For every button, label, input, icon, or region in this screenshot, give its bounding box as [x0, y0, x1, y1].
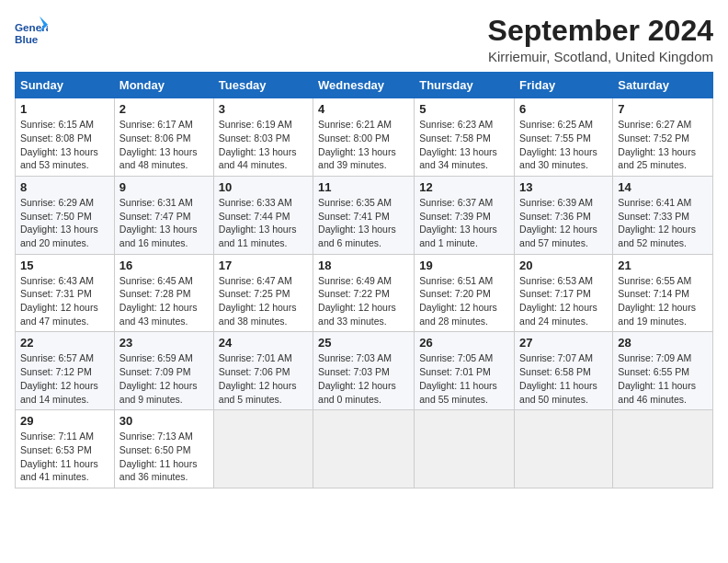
calendar-week-4: 22Sunrise: 6:57 AM Sunset: 7:12 PM Dayli…: [16, 332, 713, 410]
day-info: Sunrise: 7:09 AM Sunset: 6:55 PM Dayligh…: [618, 351, 708, 406]
table-row: 4Sunrise: 6:21 AM Sunset: 8:00 PM Daylig…: [313, 98, 415, 177]
table-row: 12Sunrise: 6:37 AM Sunset: 7:39 PM Dayli…: [415, 176, 515, 254]
day-info: Sunrise: 6:25 AM Sunset: 7:55 PM Dayligh…: [519, 118, 608, 172]
day-number: 24: [219, 336, 308, 350]
table-row: 23Sunrise: 6:59 AM Sunset: 7:09 PM Dayli…: [114, 332, 213, 410]
table-row: 14Sunrise: 6:41 AM Sunset: 7:33 PM Dayli…: [613, 176, 713, 254]
day-number: 27: [519, 336, 608, 350]
title-block: September 2024 Kirriemuir, Scotland, Uni…: [488, 15, 713, 64]
day-number: 11: [318, 180, 409, 194]
day-number: 26: [419, 336, 509, 350]
weekday-header-sunday: Sunday: [16, 73, 115, 98]
day-number: 5: [419, 102, 509, 116]
weekday-header-row: SundayMondayTuesdayWednesdayThursdayFrid…: [16, 73, 713, 98]
weekday-header-monday: Monday: [114, 73, 213, 98]
weekday-header-thursday: Thursday: [415, 73, 515, 98]
table-row: 22Sunrise: 6:57 AM Sunset: 7:12 PM Dayli…: [16, 332, 115, 410]
day-number: 21: [618, 259, 708, 272]
day-number: 16: [119, 259, 209, 272]
day-number: 14: [618, 180, 708, 194]
day-number: 20: [519, 259, 608, 272]
table-row: 21Sunrise: 6:55 AM Sunset: 7:14 PM Dayli…: [613, 254, 713, 332]
day-info: Sunrise: 6:51 AM Sunset: 7:20 PM Dayligh…: [419, 274, 509, 328]
day-info: Sunrise: 6:43 AM Sunset: 7:31 PM Dayligh…: [20, 274, 109, 328]
table-row: 18Sunrise: 6:49 AM Sunset: 7:22 PM Dayli…: [313, 254, 415, 332]
location: Kirriemuir, Scotland, United Kingdom: [488, 49, 713, 64]
table-row: 11Sunrise: 6:35 AM Sunset: 7:41 PM Dayli…: [313, 176, 415, 254]
day-info: Sunrise: 6:19 AM Sunset: 8:03 PM Dayligh…: [219, 118, 308, 172]
calendar-week-5: 29Sunrise: 7:11 AM Sunset: 6:53 PM Dayli…: [16, 410, 713, 488]
day-info: Sunrise: 6:27 AM Sunset: 7:52 PM Dayligh…: [618, 118, 708, 172]
day-info: Sunrise: 6:59 AM Sunset: 7:09 PM Dayligh…: [119, 351, 209, 406]
table-row: 2Sunrise: 6:17 AM Sunset: 8:06 PM Daylig…: [114, 98, 213, 177]
table-row: 3Sunrise: 6:19 AM Sunset: 8:03 PM Daylig…: [213, 98, 313, 177]
weekday-header-friday: Friday: [515, 73, 613, 98]
table-row: 25Sunrise: 7:03 AM Sunset: 7:03 PM Dayli…: [313, 332, 415, 410]
day-number: 22: [20, 336, 109, 350]
day-info: Sunrise: 6:45 AM Sunset: 7:28 PM Dayligh…: [119, 274, 209, 328]
day-info: Sunrise: 7:11 AM Sunset: 6:53 PM Dayligh…: [20, 430, 109, 484]
day-number: 1: [20, 102, 109, 116]
month-title: September 2024: [488, 15, 713, 47]
table-row: [415, 410, 515, 488]
day-number: 4: [318, 102, 409, 116]
day-number: 17: [219, 259, 308, 272]
svg-text:Blue: Blue: [15, 33, 39, 45]
day-number: 6: [519, 102, 608, 116]
day-info: Sunrise: 6:29 AM Sunset: 7:50 PM Dayligh…: [20, 196, 109, 250]
day-info: Sunrise: 6:35 AM Sunset: 7:41 PM Dayligh…: [318, 196, 409, 250]
table-row: 19Sunrise: 6:51 AM Sunset: 7:20 PM Dayli…: [415, 254, 515, 332]
table-row: 7Sunrise: 6:27 AM Sunset: 7:52 PM Daylig…: [613, 98, 713, 177]
day-info: Sunrise: 6:37 AM Sunset: 7:39 PM Dayligh…: [419, 196, 509, 250]
weekday-header-tuesday: Tuesday: [213, 73, 313, 98]
day-number: 8: [20, 180, 109, 194]
day-number: 3: [219, 102, 308, 116]
logo-icon: General Blue: [15, 15, 48, 48]
day-number: 7: [618, 102, 708, 116]
weekday-header-wednesday: Wednesday: [313, 73, 415, 98]
calendar-week-1: 1Sunrise: 6:15 AM Sunset: 8:08 PM Daylig…: [16, 98, 713, 177]
table-row: 9Sunrise: 6:31 AM Sunset: 7:47 PM Daylig…: [114, 176, 213, 254]
day-info: Sunrise: 6:39 AM Sunset: 7:36 PM Dayligh…: [519, 196, 608, 250]
table-row: 1Sunrise: 6:15 AM Sunset: 8:08 PM Daylig…: [16, 98, 115, 177]
table-row: [515, 410, 613, 488]
table-row: 30Sunrise: 7:13 AM Sunset: 6:50 PM Dayli…: [114, 410, 213, 488]
table-row: 16Sunrise: 6:45 AM Sunset: 7:28 PM Dayli…: [114, 254, 213, 332]
table-row: 20Sunrise: 6:53 AM Sunset: 7:17 PM Dayli…: [515, 254, 613, 332]
day-number: 18: [318, 259, 409, 272]
day-info: Sunrise: 6:23 AM Sunset: 7:58 PM Dayligh…: [419, 118, 509, 172]
day-number: 9: [119, 180, 209, 194]
header: General Blue September 2024 Kirriemuir, …: [15, 15, 713, 64]
day-number: 13: [519, 180, 608, 194]
day-info: Sunrise: 6:49 AM Sunset: 7:22 PM Dayligh…: [318, 274, 409, 328]
day-info: Sunrise: 7:01 AM Sunset: 7:06 PM Dayligh…: [219, 351, 308, 406]
table-row: 6Sunrise: 6:25 AM Sunset: 7:55 PM Daylig…: [515, 98, 613, 177]
day-number: 28: [618, 336, 708, 350]
day-info: Sunrise: 6:15 AM Sunset: 8:08 PM Dayligh…: [20, 118, 109, 172]
table-row: [613, 410, 713, 488]
day-info: Sunrise: 6:31 AM Sunset: 7:47 PM Dayligh…: [119, 196, 209, 250]
calendar-week-2: 8Sunrise: 6:29 AM Sunset: 7:50 PM Daylig…: [16, 176, 713, 254]
calendar: SundayMondayTuesdayWednesdayThursdayFrid…: [15, 72, 713, 488]
day-info: Sunrise: 6:41 AM Sunset: 7:33 PM Dayligh…: [618, 196, 708, 250]
day-info: Sunrise: 7:13 AM Sunset: 6:50 PM Dayligh…: [119, 430, 209, 484]
day-number: 30: [119, 414, 209, 428]
table-row: 29Sunrise: 7:11 AM Sunset: 6:53 PM Dayli…: [16, 410, 115, 488]
table-row: 26Sunrise: 7:05 AM Sunset: 7:01 PM Dayli…: [415, 332, 515, 410]
day-info: Sunrise: 6:33 AM Sunset: 7:44 PM Dayligh…: [219, 196, 308, 250]
day-number: 12: [419, 180, 509, 194]
table-row: 27Sunrise: 7:07 AM Sunset: 6:58 PM Dayli…: [515, 332, 613, 410]
day-info: Sunrise: 6:21 AM Sunset: 8:00 PM Dayligh…: [318, 118, 409, 172]
day-number: 25: [318, 336, 409, 350]
day-number: 23: [119, 336, 209, 350]
day-info: Sunrise: 7:07 AM Sunset: 6:58 PM Dayligh…: [519, 351, 608, 406]
table-row: 24Sunrise: 7:01 AM Sunset: 7:06 PM Dayli…: [213, 332, 313, 410]
day-info: Sunrise: 6:55 AM Sunset: 7:14 PM Dayligh…: [618, 274, 708, 328]
day-info: Sunrise: 7:05 AM Sunset: 7:01 PM Dayligh…: [419, 351, 509, 406]
day-info: Sunrise: 6:53 AM Sunset: 7:17 PM Dayligh…: [519, 274, 608, 328]
day-number: 15: [20, 259, 109, 272]
table-row: [313, 410, 415, 488]
table-row: 13Sunrise: 6:39 AM Sunset: 7:36 PM Dayli…: [515, 176, 613, 254]
weekday-header-saturday: Saturday: [613, 73, 713, 98]
table-row: 15Sunrise: 6:43 AM Sunset: 7:31 PM Dayli…: [16, 254, 115, 332]
